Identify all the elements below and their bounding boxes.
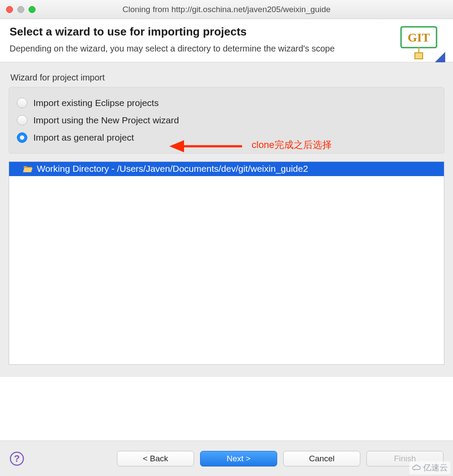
page-title: Select a wizard to use for importing pro… xyxy=(10,25,443,39)
window-controls xyxy=(6,6,36,13)
git-logo-icon: GIT xyxy=(398,25,445,64)
radio-import-general[interactable]: Import as general project xyxy=(15,129,438,146)
tree-item-working-directory[interactable]: Working Directory - /Users/Javen/Documen… xyxy=(9,162,444,176)
radio-import-new-project[interactable]: Import using the New Project wizard xyxy=(15,112,438,129)
tree-item-label: Working Directory - /Users/Javen/Documen… xyxy=(37,164,308,174)
wizard-content: Wizard for project import Import existin… xyxy=(0,62,453,377)
cancel-button[interactable]: Cancel xyxy=(283,451,360,466)
radio-label: Import as general project xyxy=(33,132,134,143)
radio-icon[interactable] xyxy=(17,115,27,125)
svg-rect-3 xyxy=(415,53,423,59)
close-icon[interactable] xyxy=(6,6,13,13)
page-subtitle: Depending on the wizard, you may select … xyxy=(10,43,365,54)
wizard-footer: ? < Back Next > Cancel Finish xyxy=(0,441,453,476)
minimize-icon xyxy=(17,6,24,13)
folder-open-icon xyxy=(23,165,32,173)
radio-import-existing[interactable]: Import existing Eclipse projects xyxy=(15,94,438,112)
radio-label: Import using the New Project wizard xyxy=(33,115,179,125)
titlebar: Cloning from http://git.oschina.net/jave… xyxy=(0,0,453,19)
help-icon[interactable]: ? xyxy=(10,451,24,466)
back-button[interactable]: < Back xyxy=(117,451,194,466)
radio-icon[interactable] xyxy=(17,132,27,143)
window-title: Cloning from http://git.oschina.net/jave… xyxy=(0,5,453,14)
cloud-icon xyxy=(412,464,421,472)
directory-tree[interactable]: Working Directory - /Users/Javen/Documen… xyxy=(9,161,444,365)
watermark: 亿速云 xyxy=(409,461,450,474)
next-button[interactable]: Next > xyxy=(200,451,277,466)
svg-text:GIT: GIT xyxy=(408,31,430,44)
wizard-header: Select a wizard to use for importing pro… xyxy=(0,19,453,62)
zoom-icon[interactable] xyxy=(29,6,36,13)
radio-icon[interactable] xyxy=(17,98,27,108)
radio-label: Import existing Eclipse projects xyxy=(33,98,159,108)
group-label: Wizard for project import xyxy=(10,73,444,83)
svg-text:?: ? xyxy=(14,453,19,464)
wizard-radio-group: Import existing Eclipse projects Import … xyxy=(9,87,444,154)
